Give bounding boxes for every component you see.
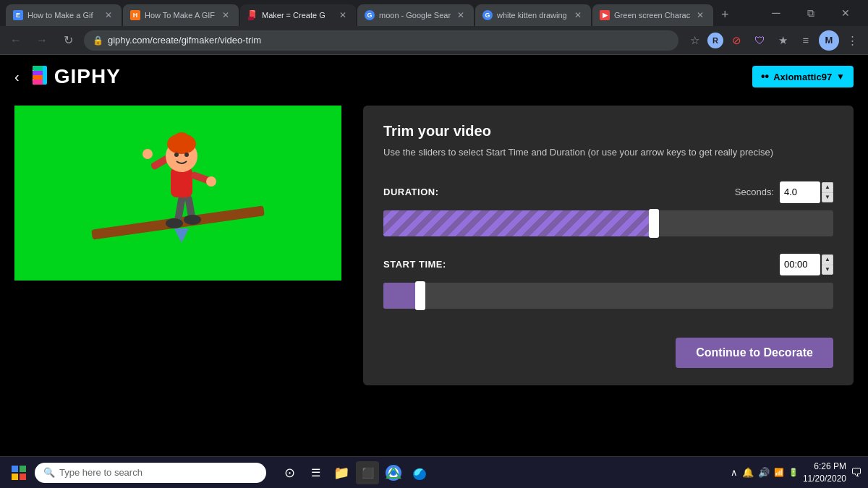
profile-r-icon[interactable]: R xyxy=(707,33,723,48)
tab-close-1[interactable]: ✕ xyxy=(103,9,114,21)
extension-bars-icon[interactable]: ≡ xyxy=(796,30,816,51)
tray-up-arrow-icon[interactable]: ∧ xyxy=(731,467,738,478)
system-clock[interactable]: 6:26 PM 11/20/2020 xyxy=(803,461,846,485)
tab-title-4: moon - Google Sear xyxy=(379,11,451,20)
bookmark-star-icon[interactable]: ☆ xyxy=(684,30,705,51)
tab-gif-maker-active[interactable]: Maker = Create G ✕ xyxy=(240,4,356,26)
address-bar[interactable]: 🔒 giphy.com/create/gifmaker/video-trim xyxy=(84,30,678,51)
start-button[interactable] xyxy=(6,460,32,486)
tray-notification-icon[interactable]: 🔔 xyxy=(742,467,754,478)
svg-point-23 xyxy=(166,218,183,228)
tab-how-to-make-gif2[interactable]: H How To Make A GIF ✕ xyxy=(123,4,239,26)
start-time-row: START TIME: ▲ ▼ xyxy=(383,254,833,275)
tab-close-3[interactable]: ✕ xyxy=(337,9,349,21)
user-eyes-icon: •• xyxy=(761,70,769,83)
browser-frame: E How to Make a Gif ✕ H How To Make A GI… xyxy=(0,0,868,488)
character-svg xyxy=(69,116,286,261)
start-time-slider-handle[interactable] xyxy=(415,281,425,310)
svg-point-24 xyxy=(184,215,201,225)
svg-point-20 xyxy=(174,132,189,144)
lock-icon: 🔒 xyxy=(93,35,103,46)
taskbar-search-icon: 🔍 xyxy=(43,467,55,478)
tab-close-5[interactable]: ✕ xyxy=(572,9,584,21)
left-column xyxy=(14,106,341,456)
svg-rect-6 xyxy=(33,75,44,80)
url-text: giphy.com/create/gifmaker/video-trim xyxy=(108,35,261,46)
svg-marker-10 xyxy=(174,228,189,243)
duration-decrement-button[interactable]: ▼ xyxy=(822,192,833,202)
username-label: Axiomattic97 xyxy=(773,72,832,82)
svg-point-15 xyxy=(142,149,153,159)
user-chevron-icon: ▼ xyxy=(836,72,845,82)
tab-close-2[interactable]: ✕ xyxy=(220,9,231,21)
start-time-input[interactable] xyxy=(780,254,820,275)
tray-speaker-icon[interactable]: 🔊 xyxy=(758,467,770,478)
back-to-giphy-button[interactable]: ‹ xyxy=(14,69,20,85)
tab-title-1: How to Make a Gif xyxy=(27,11,98,20)
extension-star-icon[interactable]: ★ xyxy=(773,30,793,51)
duration-increment-button[interactable]: ▲ xyxy=(822,182,833,192)
more-options-icon[interactable]: ⋮ xyxy=(842,30,862,51)
minimize-button[interactable]: ─ xyxy=(760,3,793,23)
tab-title-6: Green screen Charac xyxy=(614,11,690,20)
tab-close-6[interactable]: ✕ xyxy=(694,9,706,21)
taskbar-search-bar[interactable]: 🔍 Type here to search xyxy=(35,463,266,483)
tab-moon-search[interactable]: G moon - Google Sear ✕ xyxy=(357,4,474,26)
duration-slider-fill xyxy=(383,210,653,236)
taskbar-task-view-button[interactable]: ☰ xyxy=(304,461,327,484)
duration-slider-handle[interactable] xyxy=(649,209,659,238)
duration-spinner: ▲ ▼ xyxy=(822,182,833,202)
tray-battery-icon[interactable]: 🔋 xyxy=(788,468,799,477)
taskbar-edge-button[interactable] xyxy=(408,461,431,484)
restore-button[interactable]: ⧉ xyxy=(794,3,827,23)
svg-rect-8 xyxy=(43,66,47,85)
reload-button[interactable]: ↻ xyxy=(58,30,78,51)
tray-network-icon[interactable]: 📶 xyxy=(774,468,784,477)
green-screen-background xyxy=(14,106,341,281)
trim-description: Use the sliders to select Start Time and… xyxy=(383,145,833,160)
extension-stop-icon[interactable]: ⊘ xyxy=(726,30,746,51)
forward-button[interactable]: → xyxy=(32,30,52,51)
svg-rect-4 xyxy=(33,66,44,71)
seconds-label: Seconds: xyxy=(735,187,774,197)
giphy-logo-icon xyxy=(31,66,48,87)
action-center-button[interactable]: 🗨 xyxy=(851,466,862,479)
extension-shield-icon[interactable]: 🛡 xyxy=(749,30,770,51)
start-time-increment-button[interactable]: ▲ xyxy=(822,254,833,265)
new-tab-button[interactable]: + xyxy=(715,4,735,25)
back-button[interactable]: ← xyxy=(6,30,26,51)
tab-title-3: Maker = Create G xyxy=(262,11,333,20)
giphy-header: ‹ GIPHY •• Axiomattic97 ▼ xyxy=(0,55,868,98)
video-preview xyxy=(14,106,341,281)
svg-rect-2 xyxy=(248,17,254,20)
start-time-input-container: ▲ ▼ xyxy=(780,254,833,275)
user-account-button[interactable]: •• Axiomattic97 ▼ xyxy=(752,66,854,87)
tab-close-4[interactable]: ✕ xyxy=(455,9,467,21)
duration-input[interactable] xyxy=(780,181,820,203)
taskbar-cortana-button[interactable]: ⊙ xyxy=(278,461,301,484)
svg-point-22 xyxy=(184,153,189,157)
main-content-area: Trim your video Use the sliders to selec… xyxy=(0,98,868,456)
svg-point-28 xyxy=(391,471,396,475)
tab-how-to-make-gif[interactable]: E How to Make a Gif ✕ xyxy=(6,4,122,26)
continue-to-decorate-button[interactable]: Continue to Decorate xyxy=(676,338,833,368)
start-time-label: START TIME: xyxy=(383,259,780,270)
duration-row: DURATION: Seconds: ▲ ▼ xyxy=(383,181,833,203)
svg-point-17 xyxy=(206,176,216,187)
user-avatar-button[interactable]: M xyxy=(819,30,839,51)
tab-white-kitten[interactable]: G white kitten drawing ✕ xyxy=(475,4,591,26)
close-window-button[interactable]: ✕ xyxy=(829,3,862,23)
tab-green-screen[interactable]: ▶ Green screen Charac ✕ xyxy=(592,4,713,26)
taskbar-app-icon[interactable]: ⬛ xyxy=(356,461,379,484)
taskbar-chrome-button[interactable] xyxy=(382,461,405,484)
start-time-slider[interactable] xyxy=(383,283,833,309)
svg-rect-5 xyxy=(33,71,44,75)
taskbar-explorer-button[interactable]: 📁 xyxy=(330,461,353,484)
clock-date: 11/20/2020 xyxy=(803,473,846,485)
svg-point-21 xyxy=(174,153,179,157)
duration-input-container: ▲ ▼ xyxy=(780,181,833,203)
duration-slider[interactable] xyxy=(383,210,833,236)
trim-title: Trim your video xyxy=(383,123,833,140)
taskbar-center-icons: ⊙ ☰ 📁 ⬛ xyxy=(278,461,431,484)
start-time-decrement-button[interactable]: ▼ xyxy=(822,265,833,275)
